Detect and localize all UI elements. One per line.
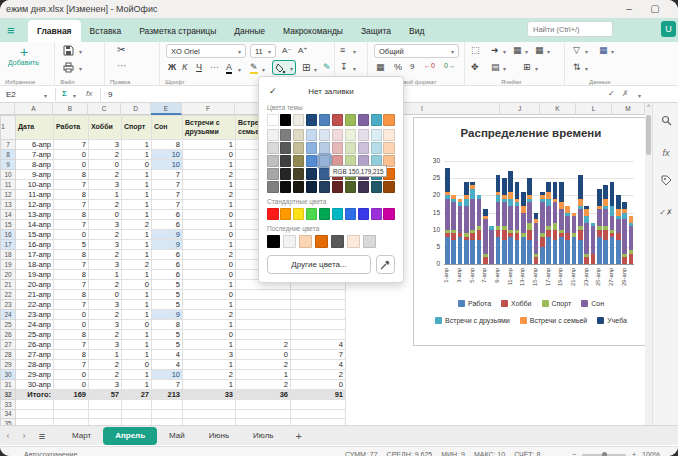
cell[interactable]: 6 (152, 250, 183, 260)
font-smaller-button[interactable]: A⁻ (282, 46, 292, 55)
column-header-A[interactable]: A (15, 103, 53, 115)
cell-date[interactable]: 6-апр (16, 140, 54, 150)
cell[interactable]: 8 (152, 320, 183, 330)
tint-swatch[interactable] (332, 129, 344, 141)
standard-color-swatch[interactable] (280, 208, 292, 220)
borders-caret-icon[interactable]: ▾ (314, 66, 317, 73)
name-box[interactable]: E2 (6, 90, 16, 99)
tint-swatch[interactable] (280, 129, 292, 141)
borders-button[interactable]: ⊞ (302, 62, 310, 73)
cell[interactable]: 2 (89, 370, 122, 380)
cell[interactable]: 2 (122, 220, 152, 230)
cell[interactable]: 7 (54, 200, 89, 210)
cell[interactable]: 1 (122, 300, 152, 310)
cell[interactable]: 1 (122, 180, 152, 190)
bar-18-апр[interactable] (553, 182, 558, 264)
cell[interactable]: 2 (236, 380, 291, 390)
cell[interactable]: 1 (183, 380, 236, 390)
theme-color-swatch[interactable] (383, 114, 395, 126)
bar-27-апр[interactable] (610, 182, 615, 264)
comma-style-icon[interactable]: 9 (410, 62, 414, 71)
row-header-8[interactable]: 8 (1, 150, 16, 160)
theme-color-swatch[interactable] (345, 114, 357, 126)
column-header-C[interactable]: C (88, 103, 121, 115)
cell[interactable]: 1 (183, 140, 236, 150)
cell[interactable]: 0 (54, 310, 89, 320)
cell[interactable]: 8 (54, 210, 89, 220)
percent-button[interactable]: % (394, 62, 402, 72)
tint-swatch[interactable] (383, 129, 395, 141)
tint-swatch[interactable] (332, 181, 344, 193)
cell[interactable]: 2 (89, 250, 122, 260)
tint-swatch[interactable] (371, 129, 383, 141)
cell-date[interactable]: 18-апр (16, 260, 54, 270)
cell[interactable]: 0 (183, 210, 236, 220)
print-caret-icon[interactable]: ▾ (79, 65, 82, 72)
format-table-icon[interactable]: ▦ (535, 45, 544, 55)
cell[interactable]: 0 (54, 370, 89, 380)
cell[interactable]: 3 (89, 180, 122, 190)
cell[interactable]: 5 (152, 340, 183, 350)
tint-swatch[interactable] (345, 129, 357, 141)
cell[interactable] (291, 400, 346, 410)
cell[interactable]: 213 (152, 390, 183, 400)
chart-object[interactable]: Распределение времени 0510152025301-апр3… (413, 117, 649, 346)
cell[interactable]: 3 (89, 240, 122, 250)
cell[interactable]: 7 (54, 300, 89, 310)
cell[interactable]: 8 (54, 250, 89, 260)
cell[interactable]: 2 (89, 170, 122, 180)
scroll-up-icon[interactable]: ˄ (645, 103, 652, 109)
valign-button[interactable]: ↧ (340, 62, 348, 72)
filter-icon[interactable]: ▽ (573, 45, 580, 55)
cell[interactable]: 2 (183, 170, 236, 180)
column-header-K[interactable]: K (540, 103, 576, 115)
column-header-F[interactable]: F (182, 103, 235, 115)
tint-swatch[interactable] (371, 142, 383, 154)
cell-date[interactable]: 26-апр (16, 340, 54, 350)
cell[interactable]: 0 (122, 280, 152, 290)
search-input[interactable] (527, 21, 613, 37)
cell[interactable]: 2 (291, 370, 346, 380)
sheet-tab-Май[interactable]: Май (157, 427, 197, 445)
tint-swatch[interactable] (267, 129, 279, 141)
cell[interactable]: 9 (152, 240, 183, 250)
cell[interactable]: 7 (54, 180, 89, 190)
bar-13-апр[interactable] (521, 192, 526, 264)
tint-swatch[interactable] (306, 129, 318, 141)
cell[interactable]: 1 (122, 150, 152, 160)
cell-date[interactable]: Итого: (16, 390, 54, 400)
cell[interactable]: 1 (183, 200, 236, 210)
recent-color-swatch[interactable] (363, 235, 376, 248)
cell-date[interactable]: 14-апр (16, 220, 54, 230)
tint-swatch[interactable] (332, 142, 344, 154)
cell[interactable]: 7 (152, 180, 183, 190)
decrease-decimal-icon[interactable]: ←0 (424, 62, 435, 69)
underline-button[interactable]: Ч (196, 62, 202, 72)
bar-5-апр[interactable] (470, 182, 475, 264)
cell[interactable]: 7 (54, 280, 89, 290)
cell[interactable]: 9 (152, 310, 183, 320)
tint-swatch[interactable] (280, 181, 292, 193)
tint-swatch[interactable] (383, 181, 395, 193)
cell[interactable]: 0 (89, 210, 122, 220)
cell[interactable]: 2 (236, 340, 291, 350)
cell[interactable] (152, 400, 183, 410)
cell[interactable]: 5 (152, 290, 183, 300)
theme-color-swatch[interactable] (371, 114, 383, 126)
number-format-select[interactable]: Общий▾ (374, 44, 459, 58)
cell[interactable]: 5 (152, 330, 183, 340)
cell-date[interactable]: 29-апр (16, 370, 54, 380)
cell[interactable]: 1 (122, 230, 152, 240)
pivot-caret-icon[interactable]: ▾ (611, 48, 614, 55)
column-header-J[interactable]: J (500, 103, 540, 115)
row-header-19[interactable]: 19 (1, 260, 16, 270)
font-bigger-button[interactable]: A⁺ (298, 46, 308, 55)
sort-icon[interactable]: ⇅ (573, 62, 581, 72)
cell[interactable]: 1 (183, 160, 236, 170)
select-all-corner[interactable] (0, 103, 15, 115)
cell[interactable]: 1 (122, 250, 152, 260)
cell[interactable]: 1 (183, 280, 236, 290)
save-caret-icon[interactable]: ▾ (79, 48, 82, 55)
pivot-icon[interactable]: ▦ (599, 45, 608, 55)
cell[interactable]: 2 (89, 150, 122, 160)
